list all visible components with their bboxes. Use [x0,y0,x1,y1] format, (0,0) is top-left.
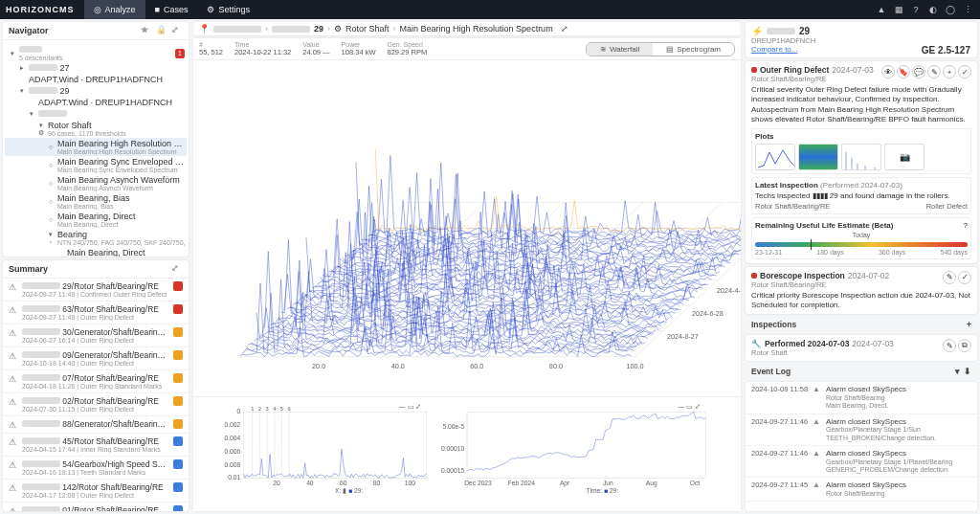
pin-icon[interactable]: 📍 [199,24,210,34]
download-icon[interactable]: ⬇ [964,367,971,376]
svg-text:Dec 2023: Dec 2023 [464,480,492,486]
nav-rotor[interactable]: ▾ ⚙Rotor Shaft96 cases, 1170 thresholds [5,120,187,138]
edit-icon[interactable]: ✎ [927,65,941,78]
svg-text:0.002: 0.002 [225,421,241,428]
user-icon[interactable]: ◯ [944,3,957,16]
breadcrumb: 📍 › 29 › ⚙ Rotor Shaft › Main Bearing Hi… [193,22,741,35]
svg-text:1: 1 [251,406,254,412]
svg-text:Apr: Apr [560,480,570,487]
eventlog-row[interactable]: 2024-09-27 11:46▲Alarm closed SkySpecsGe… [746,414,977,446]
summary-item[interactable]: ⚠ 45/Rotor Shaft/Bearing/RE2024-04-15 17… [3,434,189,457]
check-icon[interactable]: ✓ [958,65,971,78]
edit-icon[interactable]: ✎ [943,339,956,352]
help-icon[interactable]: ? [909,3,923,16]
svg-text:3: 3 [265,406,268,412]
tag-icon[interactable]: 🔖 [897,65,910,78]
lock-icon[interactable]: 🔒 [156,25,167,36]
waterfall-plot[interactable]: 20.040.060.080.0100.02024-8-272024-6-282… [193,60,741,396]
copy-icon[interactable]: ⧉ [958,339,971,352]
summary-item[interactable]: ⚠ 01/Rotor Shaft/Bearing/RE2024-04-19 18… [3,503,189,511]
moon-icon[interactable]: ◐ [926,3,940,16]
eye-icon[interactable]: 👁 [881,65,895,78]
summary-item[interactable]: ⚠ 88/Generator/Shaft/Bearing/DE [3,416,189,434]
mini-plot-camera[interactable]: 📷 [884,144,924,170]
svg-text:X: ▮ ■ 29:: X: ▮ ■ 29: [335,487,363,494]
redacted [213,26,261,33]
eventlog-header: Event Log ▾ ⬇ [746,365,977,378]
comment-icon[interactable]: 💬 [912,65,925,78]
breadcrumb-rotor[interactable]: Rotor Shaft [345,24,390,34]
nav-root[interactable]: ▾ 5 descendants1 [5,44,187,62]
menu-icon[interactable]: ⋮ [961,3,974,16]
svg-text:20.0: 20.0 [312,362,325,370]
grid-icon[interactable]: ▦ [892,3,905,16]
breadcrumb-point[interactable]: Main Bearing High Resolution Spectrum [400,24,553,34]
summary-header: Summary ⤢ [3,260,189,279]
expand-icon[interactable]: ⤢ [561,24,568,34]
summary-item[interactable]: ⚠ 09/Generator/Shaft/Bearing/NDE2024-10-… [3,347,189,370]
add-icon[interactable]: + [943,65,956,78]
expand-icon[interactable]: ⤢ [171,263,183,275]
top-tab-cases[interactable]: ■Cases [145,0,198,19]
eventlog-row[interactable]: 2024-10-08 11:58▲Alarm closed SkySpecsRo… [746,382,977,413]
summary-item[interactable]: ⚠ 63/Rotor Shaft/Bearing/RE2024-09-27 11… [3,302,189,324]
lower-plots[interactable]: 0.010.0080.0060.0040.0020204060801001234… [193,396,741,511]
view-toggle[interactable]: ≋ Waterfall ▤ Spectrogram [586,42,735,56]
inspection-item[interactable]: ✎⧉ 🔧Performed 2024-07-03 2024-07-03 Roto… [746,335,977,361]
nav-measure-2[interactable]: ○Main Bearing Asynch WaveformMain Bearin… [5,174,187,192]
waterfall-toggle[interactable]: ≋ Waterfall [587,43,653,56]
nav-measure-0[interactable]: ○Main Bearing High Resolution SpectrumMa… [5,138,187,156]
svg-text:— ▭ ⤢: — ▭ ⤢ [678,403,700,410]
svg-text:80.0: 80.0 [549,362,563,370]
topbar: HORIZONCMS ◎Analyze■Cases⚙Settings ▲ ▦ ?… [0,0,980,19]
help-icon[interactable]: ? [964,221,968,230]
summary-item[interactable]: ⚠ 07/Rotor Shaft/Bearing/RE2024-04-18 11… [3,370,189,393]
add-icon[interactable]: + [967,320,971,329]
severity-dot-icon [751,67,757,73]
top-tabs: ◎Analyze■Cases⚙Settings [84,0,260,19]
summary-item[interactable]: ⚠ 30/Generator/Shaft/Bearing/NDE2024-06-… [3,324,189,347]
svg-text:0.01: 0.01 [228,474,240,480]
nav-child[interactable]: ▾ 29 [5,85,187,97]
mini-plot[interactable] [755,144,795,170]
mini-plot[interactable] [841,144,881,170]
svg-text:80: 80 [373,480,381,486]
svg-text:60: 60 [340,480,347,486]
svg-text:6: 6 [287,406,290,412]
expand-icon[interactable]: ⤢ [171,25,183,36]
top-tab-settings[interactable]: ⚙Settings [197,0,259,19]
nav-measure-1[interactable]: ○Main Bearing Sync Enveloped SpectrumMai… [5,156,187,174]
check-icon[interactable]: ✓ [958,271,971,284]
top-tab-analyze[interactable]: ◎Analyze [84,0,145,19]
nav-measure-4[interactable]: ○Main Bearing, DirectMain Bearing, Direc… [5,211,187,229]
edit-icon[interactable]: ✎ [943,271,956,284]
svg-text:0.004: 0.004 [225,435,241,441]
svg-text:2024-6-28: 2024-6-28 [692,309,724,318]
summary-item[interactable]: ⚠ 29/Rotor Shaft/Bearing/RE2024-09-27 11… [3,279,189,302]
eventlog-row[interactable]: 2024-09-27 11:46▲Alarm closed SkySpecsGe… [746,446,977,478]
nav-bearing[interactable]: ▾ ◦BearingNTN 240/750, FAG 240/750, SKF … [5,229,187,247]
eventlog-row[interactable]: 2024-09-27 11:45▲Alarm closed SkySpecsRo… [746,478,977,502]
svg-text:4: 4 [273,406,277,412]
svg-text:— ▭ ⤢: — ▭ ⤢ [399,403,421,410]
nav-bearing-child[interactable]: Main Bearing, DirectMain Bearing, Direct [5,247,187,257]
svg-text:2024-8-27: 2024-8-27 [667,332,699,341]
spectrogram-toggle[interactable]: ▤ Spectrogram [653,43,734,56]
svg-text:0.00010: 0.00010 [441,445,464,452]
breadcrumb-asset[interactable]: 29 [314,24,323,34]
svg-text:Feb 2024: Feb 2024 [508,480,536,486]
bell-icon[interactable]: ▲ [875,3,888,16]
nav-child[interactable]: ADAPT.Wind · DREUP1HADFNCH [5,74,187,85]
mini-plots: 📷 [755,144,968,170]
mini-plot[interactable] [798,144,838,170]
summary-item[interactable]: ⚠ 54/Gearbox/High Speed Shaft/Pinion2024… [3,457,189,480]
rul-bar [755,242,968,247]
summary-item[interactable]: ⚠ 02/Rotor Shaft/Bearing/RE2024-07-30 11… [3,393,189,416]
nav-measure-3[interactable]: ○Main Bearing, BiasMain Bearing, Bias [5,192,187,211]
summary-item[interactable]: ⚠ 142/Rotor Shaft/Bearing/RE2024-04-17 1… [3,480,189,503]
filter-icon[interactable]: ▾ [955,367,960,376]
nav-child[interactable]: ADAPT.Wind · DREUP1HADFNCH [5,97,187,108]
star-icon[interactable]: ★ [141,25,152,36]
nav-child[interactable]: ▸ 27 [5,62,187,74]
nav-child[interactable]: ▾ [5,108,187,120]
